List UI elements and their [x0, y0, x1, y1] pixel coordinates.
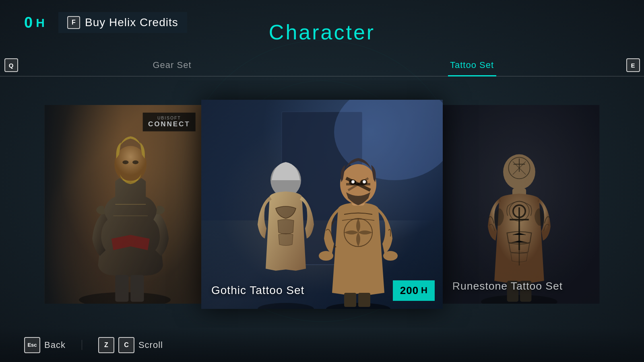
- tab-tattoo-set[interactable]: Tattoo Set: [322, 54, 622, 76]
- svg-point-21: [383, 251, 398, 261]
- buy-helix-key-badge: F: [67, 16, 80, 29]
- svg-point-20: [319, 251, 333, 261]
- tab-left-key-badge: Q: [4, 58, 18, 72]
- tab-right-key-badge: E: [626, 58, 640, 72]
- runestone-svg: [443, 105, 600, 304]
- card-character-left[interactable]: UBISOFT CONNECT: [45, 105, 202, 304]
- top-bar: 0 H F Buy Helix Credits Character: [0, 0, 644, 52]
- character-left-svg: [45, 105, 202, 304]
- helix-icon: H: [36, 16, 45, 30]
- price-amount: 200: [400, 284, 419, 297]
- tabs-row: Q Gear Set Tattoo Set E: [0, 54, 644, 76]
- tab-nav-right[interactable]: E: [622, 54, 644, 76]
- tab-gear-set[interactable]: Gear Set: [22, 54, 322, 76]
- card-image-right: [443, 105, 600, 304]
- svg-rect-23: [358, 293, 370, 307]
- helix-balance: 0 H: [24, 14, 45, 31]
- scroll-key-c: C: [118, 337, 134, 353]
- gothic-tattoo-label: Gothic Tattoo Set: [211, 284, 304, 297]
- connect-text: CONNECT: [148, 120, 190, 128]
- card-runestone-tattoo[interactable]: Runestone Tattoo Set: [443, 105, 600, 304]
- back-action: Esc Back: [24, 337, 66, 353]
- helix-amount: 0: [24, 14, 33, 31]
- svg-rect-6: [130, 275, 144, 302]
- card-image-left: [45, 105, 202, 304]
- back-key-badge: Esc: [24, 337, 40, 353]
- svg-point-18: [351, 180, 355, 183]
- svg-rect-22: [344, 293, 356, 307]
- svg-point-10: [258, 303, 314, 309]
- card-image-center: [201, 100, 443, 309]
- scroll-key-z: Z: [98, 337, 114, 353]
- runestone-tattoo-name: Runestone Tattoo Set: [452, 280, 563, 292]
- cards-area: UBISOFT CONNECT: [0, 80, 644, 328]
- scroll-label: Scroll: [138, 340, 163, 350]
- bottom-separator: [82, 340, 82, 350]
- ubisoft-connect-badge: UBISOFT CONNECT: [143, 113, 196, 132]
- bottom-bar: Esc Back Z C Scroll: [0, 328, 644, 362]
- buy-helix-button[interactable]: F Buy Helix Credits: [58, 12, 187, 33]
- runestone-tattoo-label: Runestone Tattoo Set: [452, 280, 563, 292]
- svg-rect-5: [115, 275, 128, 302]
- svg-point-19: [363, 180, 366, 183]
- page-title: Character: [269, 20, 375, 44]
- price-helix-icon: H: [421, 285, 427, 296]
- gothic-tattoo-price: 200 H: [393, 280, 435, 301]
- back-label: Back: [44, 340, 66, 350]
- ubisoft-text: UBISOFT: [148, 115, 190, 120]
- gothic-tattoo-name: Gothic Tattoo Set: [211, 284, 304, 296]
- gothic-tattoo-svg: [201, 100, 443, 309]
- scroll-action: Z C Scroll: [98, 337, 163, 353]
- tab-nav-left[interactable]: Q: [0, 54, 22, 76]
- buy-helix-label: Buy Helix Credits: [85, 16, 178, 29]
- card-gothic-tattoo[interactable]: Gothic Tattoo Set 200 H: [201, 100, 443, 309]
